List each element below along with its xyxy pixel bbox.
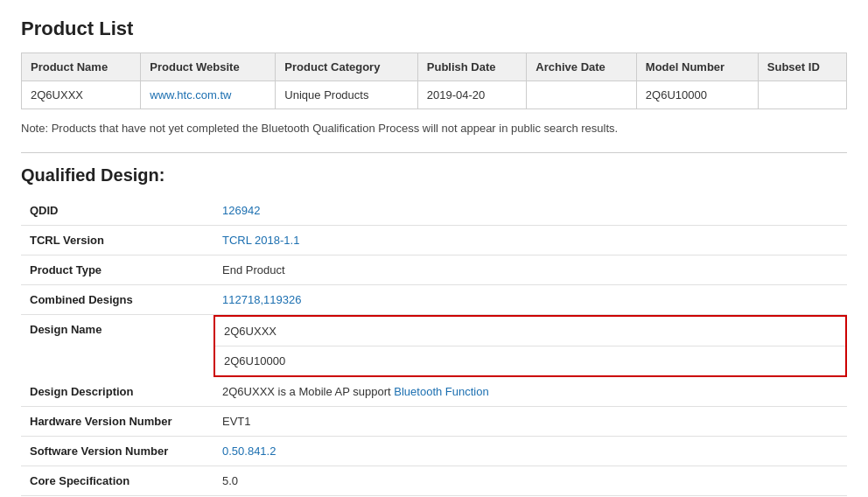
label-core-spec: Core Specification — [21, 466, 214, 496]
value-software-version: 0.50.841.2 — [214, 437, 847, 466]
cell-subset-id — [758, 81, 846, 109]
design-model-value: 2Q6U10000 — [215, 346, 845, 375]
label-design-description: Design Description — [21, 377, 214, 407]
col-publish-date: Publish Date — [417, 53, 527, 81]
design-name-value: 2Q6UXXX — [215, 317, 845, 346]
bluetooth-function-link[interactable]: Bluetooth Function — [394, 385, 488, 398]
value-combined-designs: 112718,119326 — [214, 285, 847, 315]
label-design-name: Design Name — [21, 315, 214, 378]
qualified-design-title: Qualified Design: — [21, 165, 847, 186]
product-website-link[interactable]: www.htc.com.tw — [150, 88, 231, 102]
combined-designs-link[interactable]: 112718,119326 — [222, 293, 301, 306]
cell-product-name: 2Q6UXXX — [22, 81, 141, 109]
col-archive-date: Archive Date — [527, 53, 636, 81]
col-model-number: Model Number — [636, 53, 758, 81]
label-combined-designs: Combined Designs — [21, 285, 214, 315]
value-hardware-version: EVT1 — [214, 407, 847, 437]
detail-row-core-spec: Core Specification 5.0 — [21, 466, 847, 496]
cell-archive-date — [527, 81, 636, 109]
value-design-name: 2Q6UXXX 2Q6U10000 — [214, 315, 847, 378]
col-subset-id: Subset ID — [758, 53, 846, 81]
label-tcrl: TCRL Version — [21, 226, 214, 256]
product-table-header: Product Name Product Website Product Cat… — [22, 53, 847, 81]
detail-table: QDID 126942 TCRL Version TCRL 2018-1.1 P… — [21, 196, 847, 496]
cell-model-number: 2Q6U10000 — [636, 81, 758, 109]
qdid-link[interactable]: 126942 — [222, 204, 260, 217]
description-text: 2Q6UXXX is a Mobile AP support — [222, 385, 394, 398]
detail-row-product-type: Product Type End Product — [21, 256, 847, 285]
col-product-category: Product Category — [276, 53, 417, 81]
value-product-type: End Product — [214, 256, 847, 285]
col-product-name: Product Name — [22, 53, 141, 81]
cell-publish-date: 2019-04-20 — [417, 81, 527, 109]
detail-row-qdid: QDID 126942 — [21, 196, 847, 226]
value-core-spec: 5.0 — [214, 466, 847, 496]
product-table: Product Name Product Website Product Cat… — [21, 52, 847, 109]
label-hardware-version: Hardware Version Number — [21, 407, 214, 437]
table-row: 2Q6UXXX www.htc.com.tw Unique Products 2… — [22, 81, 847, 109]
qualification-note: Note: Products that have not yet complet… — [21, 122, 847, 135]
detail-row-software-version: Software Version Number 0.50.841.2 — [21, 437, 847, 466]
product-list-title: Product List — [21, 18, 847, 40]
col-product-website: Product Website — [141, 53, 276, 81]
detail-row-combined-designs: Combined Designs 112718,119326 — [21, 285, 847, 315]
detail-row-design-name: Design Name 2Q6UXXX 2Q6U10000 — [21, 315, 847, 378]
value-qdid: 126942 — [214, 196, 847, 226]
label-software-version: Software Version Number — [21, 437, 214, 466]
detail-row-tcrl: TCRL Version TCRL 2018-1.1 — [21, 226, 847, 256]
software-version-link[interactable]: 0.50.841.2 — [222, 444, 276, 458]
value-tcrl: TCRL 2018-1.1 — [214, 226, 847, 256]
design-highlight-box: 2Q6UXXX 2Q6U10000 — [214, 315, 847, 377]
detail-row-hardware-version: Hardware Version Number EVT1 — [21, 407, 847, 437]
label-qdid: QDID — [21, 196, 214, 226]
cell-product-category: Unique Products — [276, 81, 417, 109]
label-product-type: Product Type — [21, 256, 214, 285]
cell-product-website[interactable]: www.htc.com.tw — [141, 81, 276, 109]
tcrl-link[interactable]: TCRL 2018-1.1 — [222, 234, 299, 247]
detail-row-design-description: Design Description 2Q6UXXX is a Mobile A… — [21, 377, 847, 407]
value-design-description: 2Q6UXXX is a Mobile AP support Bluetooth… — [214, 377, 847, 407]
qualified-design-section: Qualified Design: QDID 126942 TCRL Versi… — [21, 152, 847, 496]
